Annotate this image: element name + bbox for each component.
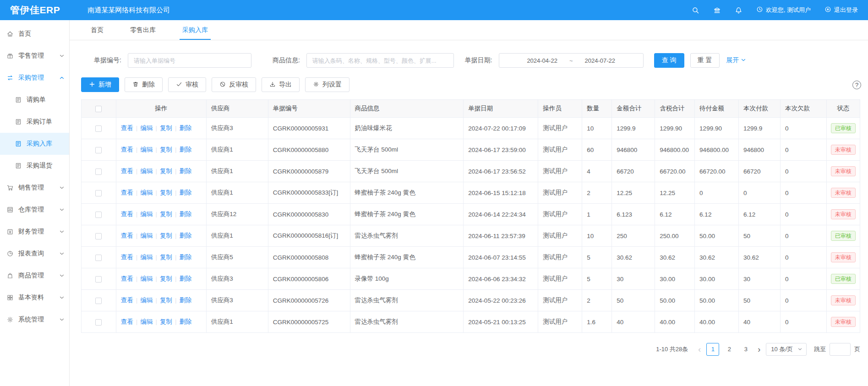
row-action-edit[interactable]: 编辑 — [140, 211, 153, 217]
search-icon[interactable] — [692, 6, 699, 14]
sidebar-item-purchase[interactable]: 采购管理 — [0, 67, 69, 89]
sidebar-item-purchase-return[interactable]: 采购退货 — [0, 155, 69, 177]
row-action-copy[interactable]: 复制 — [160, 125, 172, 131]
row-action-copy[interactable]: 复制 — [160, 232, 172, 239]
row-action-view[interactable]: 查看 — [121, 318, 133, 325]
page-number-3[interactable]: 3 — [739, 343, 752, 356]
tab-bar: 首页零售出库采购入库 — [70, 20, 868, 40]
button-label: 审核 — [186, 81, 198, 89]
bank-icon[interactable] — [713, 6, 721, 14]
row-action-view[interactable]: 查看 — [121, 232, 133, 239]
add-button[interactable]: 新增 — [81, 77, 119, 92]
expand-toggle[interactable]: 展开 — [726, 56, 746, 65]
bell-icon[interactable] — [735, 6, 742, 14]
tab-purchase-inbound[interactable]: 采购入库 — [182, 20, 208, 40]
row-checkbox[interactable] — [95, 255, 102, 261]
row-action-view[interactable]: 查看 — [121, 168, 133, 174]
sidebar-item-sales[interactable]: 销售管理 — [0, 177, 69, 199]
unaudit-button[interactable]: 反审核 — [212, 77, 256, 92]
row-action-delete[interactable]: 删除 — [179, 318, 191, 325]
row-action-delete[interactable]: 删除 — [179, 297, 191, 304]
sidebar-item-label: 系统管理 — [18, 315, 44, 324]
row-action-delete[interactable]: 删除 — [179, 275, 191, 282]
row-action-copy[interactable]: 复制 — [160, 211, 172, 217]
sidebar-item-goods[interactable]: 商品管理 — [0, 265, 69, 287]
row-action-view[interactable]: 查看 — [121, 146, 133, 153]
row-checkbox[interactable] — [95, 125, 102, 132]
audit-button[interactable]: 审核 — [168, 77, 206, 92]
row-action-copy[interactable]: 复制 — [160, 189, 172, 196]
date-range-picker[interactable]: 2024-04-22 ~ 2024-07-22 — [499, 53, 644, 68]
sidebar-item-system[interactable]: 系统管理 — [0, 309, 69, 331]
page-number-2[interactable]: 2 — [723, 343, 736, 356]
row-action-view[interactable]: 查看 — [121, 297, 133, 304]
row-action-view[interactable]: 查看 — [121, 189, 133, 196]
row-action-edit[interactable]: 编辑 — [140, 168, 153, 174]
row-action-delete[interactable]: 删除 — [179, 146, 191, 153]
row-action-view[interactable]: 查看 — [121, 211, 133, 217]
row-action-view[interactable]: 查看 — [121, 254, 133, 261]
sidebar-item-purchase-order[interactable]: 采购订单 — [0, 111, 69, 133]
column-settings-button[interactable]: 列设置 — [305, 77, 349, 92]
row-checkbox[interactable] — [95, 276, 102, 283]
row-action-edit[interactable]: 编辑 — [140, 232, 153, 239]
row-checkbox[interactable] — [95, 233, 102, 239]
row-action-view[interactable]: 查看 — [121, 125, 133, 131]
row-action-copy[interactable]: 复制 — [160, 254, 172, 261]
date-to[interactable]: 2024-07-22 — [584, 57, 615, 64]
sidebar-item-purchase-inbound[interactable]: 采购入库 — [0, 133, 69, 155]
sidebar-item-retail[interactable]: 零售管理 — [0, 45, 69, 67]
welcome-user[interactable]: 欢迎您, 测试用户 — [756, 6, 811, 14]
sidebar-item-purchase-request[interactable]: 请购单 — [0, 89, 69, 111]
column-header: 单据日期 — [464, 100, 538, 118]
jump-page-input[interactable] — [830, 343, 851, 356]
row-action-edit[interactable]: 编辑 — [140, 125, 153, 131]
row-action-copy[interactable]: 复制 — [160, 318, 172, 325]
select-all-checkbox[interactable] — [95, 106, 102, 112]
row-action-delete[interactable]: 删除 — [179, 189, 191, 196]
row-checkbox[interactable] — [95, 298, 102, 304]
row-action-copy[interactable]: 复制 — [160, 275, 172, 282]
row-action-view[interactable]: 查看 — [121, 275, 133, 282]
row-checkbox[interactable] — [95, 169, 102, 175]
page-size-select[interactable]: 10 条/页 — [766, 343, 807, 356]
prev-page-arrow[interactable]: ‹ — [696, 345, 703, 353]
sidebar-item-warehouse[interactable]: 仓库管理 — [0, 199, 69, 221]
sidebar-item-home[interactable]: 首页 — [0, 23, 69, 45]
date-from[interactable]: 2024-04-22 — [527, 57, 557, 64]
row-action-edit[interactable]: 编辑 — [140, 318, 153, 325]
tab-home[interactable]: 首页 — [91, 20, 104, 40]
sidebar-item-base-data[interactable]: 基本资料 — [0, 287, 69, 309]
row-action-delete[interactable]: 删除 — [179, 232, 191, 239]
row-action-copy[interactable]: 复制 — [160, 168, 172, 174]
row-action-edit[interactable]: 编辑 — [140, 189, 153, 196]
row-action-edit[interactable]: 编辑 — [140, 297, 153, 304]
logout-button[interactable]: 退出登录 — [824, 6, 858, 14]
row-action-copy[interactable]: 复制 — [160, 146, 172, 153]
tab-retail-outbound[interactable]: 零售出库 — [130, 20, 156, 40]
row-action-edit[interactable]: 编辑 — [140, 254, 153, 261]
help-icon[interactable]: ? — [852, 81, 861, 89]
next-page-arrow[interactable]: › — [756, 345, 762, 353]
page-number-1[interactable]: 1 — [706, 343, 719, 356]
row-checkbox[interactable] — [95, 190, 102, 196]
action-separator: | — [136, 125, 138, 131]
sidebar-item-finance[interactable]: 财务管理 — [0, 221, 69, 243]
row-action-delete[interactable]: 删除 — [179, 168, 191, 174]
export-button[interactable]: 导出 — [262, 77, 300, 92]
reset-button[interactable]: 重 置 — [690, 53, 720, 68]
row-checkbox[interactable] — [95, 212, 102, 218]
row-action-delete[interactable]: 删除 — [179, 254, 191, 261]
row-action-edit[interactable]: 编辑 — [140, 275, 153, 282]
row-checkbox[interactable] — [95, 319, 102, 326]
product-info-input[interactable] — [306, 53, 454, 68]
row-action-delete[interactable]: 删除 — [179, 211, 191, 217]
row-action-copy[interactable]: 复制 — [160, 297, 172, 304]
row-checkbox[interactable] — [95, 147, 102, 153]
delete-button[interactable]: 删除 — [125, 77, 163, 92]
order-no-input[interactable] — [128, 53, 251, 68]
sidebar-item-report[interactable]: 报表查询 — [0, 243, 69, 265]
search-button[interactable]: 查 询 — [654, 53, 684, 68]
row-action-edit[interactable]: 编辑 — [140, 146, 153, 153]
row-action-delete[interactable]: 删除 — [179, 125, 191, 131]
